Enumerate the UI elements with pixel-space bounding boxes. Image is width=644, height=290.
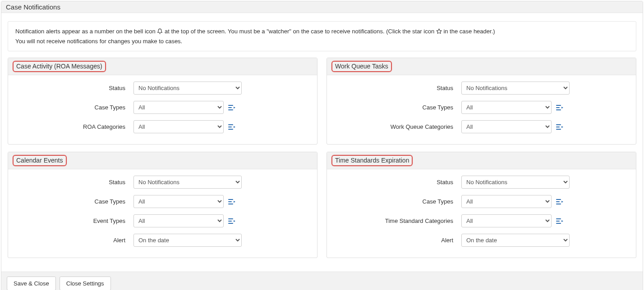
intro-line-2: You will not receive notifications for c… bbox=[15, 37, 629, 46]
close-settings-button[interactable]: Close Settings bbox=[60, 276, 111, 290]
label-ce-event-types: Event Types bbox=[16, 218, 133, 224]
select-ts-case-types[interactable]: All bbox=[461, 195, 552, 208]
intro-text-1c: in the case header.) bbox=[443, 28, 495, 35]
label-ca-case-types: Case Types bbox=[16, 104, 133, 111]
svg-marker-24 bbox=[561, 126, 563, 128]
select-ce-case-types[interactable]: All bbox=[133, 195, 224, 208]
list-options-icon[interactable] bbox=[228, 104, 235, 111]
panel-header-time-standards: Time Standards Expiration bbox=[327, 152, 636, 169]
svg-marker-4 bbox=[234, 107, 235, 109]
case-notifications-panel: Case Notifications Notification alerts a… bbox=[1, 1, 643, 290]
label-ts-status: Status bbox=[335, 179, 461, 186]
page-title: Case Notifications bbox=[1, 1, 643, 13]
label-ts-categories: Time Standard Categories bbox=[335, 218, 461, 224]
select-wq-case-types[interactable]: All bbox=[461, 101, 552, 114]
label-ce-case-types: Case Types bbox=[16, 198, 133, 205]
star-icon bbox=[436, 28, 442, 37]
panel-time-standards: Time Standards Expiration Status No Noti… bbox=[327, 152, 636, 258]
panel-header-calendar: Calendar Events bbox=[8, 152, 317, 169]
list-options-icon[interactable] bbox=[556, 199, 563, 205]
label-ce-alert: Alert bbox=[16, 237, 133, 244]
list-options-icon[interactable] bbox=[228, 124, 235, 130]
select-ca-status[interactable]: No Notifications bbox=[133, 82, 242, 95]
panel-title-work-queue: Work Queue Tasks bbox=[331, 61, 392, 72]
label-wq-categories: Work Queue Categories bbox=[335, 123, 461, 130]
list-options-icon[interactable] bbox=[556, 124, 563, 130]
select-ts-status[interactable]: No Notifications bbox=[461, 176, 570, 189]
select-wq-categories[interactable]: All bbox=[461, 120, 552, 133]
bell-icon bbox=[157, 28, 163, 37]
svg-marker-12 bbox=[234, 201, 235, 203]
label-ca-status: Status bbox=[16, 85, 133, 91]
select-ts-categories[interactable]: All bbox=[461, 214, 552, 227]
svg-marker-16 bbox=[234, 220, 235, 222]
svg-marker-32 bbox=[561, 220, 563, 222]
label-ts-alert: Alert bbox=[335, 237, 461, 244]
panel-title-case-activity: Case Activity (ROA Messages) bbox=[13, 61, 106, 72]
intro-text-box: Notification alerts appear as a number o… bbox=[8, 21, 636, 51]
panel-header-case-activity: Case Activity (ROA Messages) bbox=[8, 58, 317, 75]
panel-title-time-standards: Time Standards Expiration bbox=[331, 155, 413, 166]
content-area: Notification alerts appear as a number o… bbox=[1, 13, 643, 272]
select-wq-status[interactable]: No Notifications bbox=[461, 82, 570, 95]
svg-marker-20 bbox=[561, 107, 563, 109]
intro-line-1: Notification alerts appear as a number o… bbox=[15, 27, 629, 37]
panel-calendar-events: Calendar Events Status No Notifications bbox=[8, 152, 317, 258]
list-options-icon[interactable] bbox=[556, 104, 563, 111]
list-options-icon[interactable] bbox=[556, 218, 563, 224]
svg-marker-28 bbox=[561, 201, 563, 203]
intro-text-1b: at the top of the screen. You must be a … bbox=[165, 28, 436, 35]
intro-text-1a: Notification alerts appear as a number o… bbox=[15, 28, 157, 35]
select-ce-status[interactable]: No Notifications bbox=[133, 176, 242, 189]
svg-marker-8 bbox=[234, 126, 235, 128]
panel-title-calendar: Calendar Events bbox=[13, 155, 67, 166]
svg-marker-0 bbox=[437, 29, 442, 33]
panel-header-work-queue: Work Queue Tasks bbox=[327, 58, 636, 75]
select-ts-alert[interactable]: On the date bbox=[461, 234, 570, 247]
list-options-icon[interactable] bbox=[228, 218, 235, 224]
label-ts-case-types: Case Types bbox=[335, 198, 461, 205]
list-options-icon[interactable] bbox=[228, 199, 235, 205]
label-ca-roa-categories: ROA Categories bbox=[16, 123, 133, 130]
panel-case-activity: Case Activity (ROA Messages) Status No N… bbox=[8, 58, 317, 145]
select-ca-case-types[interactable]: All bbox=[133, 101, 224, 114]
label-ce-status: Status bbox=[16, 179, 133, 186]
select-ca-roa-categories[interactable]: All bbox=[133, 120, 224, 133]
save-close-button[interactable]: Save & Close bbox=[7, 276, 56, 290]
select-ce-event-types[interactable]: All bbox=[133, 214, 224, 227]
label-wq-status: Status bbox=[335, 85, 461, 91]
panel-work-queue: Work Queue Tasks Status No Notifications bbox=[327, 58, 636, 145]
label-wq-case-types: Case Types bbox=[335, 104, 461, 111]
select-ce-alert[interactable]: On the date bbox=[133, 234, 242, 247]
footer-bar: Save & Close Close Settings bbox=[1, 272, 643, 290]
